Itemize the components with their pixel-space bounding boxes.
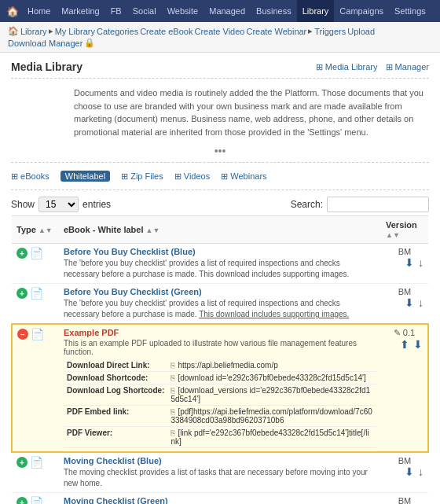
- version-cell-expanded: ✎ 0.1 ⬆ ⬇: [381, 324, 428, 452]
- detail-label: Download Shortcode:: [64, 372, 167, 384]
- section-actions: ⊞ Media Library ⊞ Manager: [316, 62, 429, 72]
- media-library-link[interactable]: ⊞ Media Library: [316, 62, 378, 72]
- download-icon[interactable]: ⬇: [405, 465, 414, 478]
- copy-icon: ⎘: [170, 361, 175, 370]
- manager-link[interactable]: ⊞ Manager: [386, 62, 429, 72]
- home-icon: 🏠: [6, 6, 19, 17]
- detail-label: PDF Embed link:: [64, 406, 167, 427]
- whitelabel-link[interactable]: Whitelabel: [60, 171, 110, 182]
- version-cell: BM ⬇ ↓: [381, 493, 428, 505]
- detail-value: ⎘[pdf]https://api.beliefmedia.com/platfo…: [167, 406, 376, 427]
- webinars-link[interactable]: ⊞ Webinars: [221, 171, 266, 182]
- ebook-title: Moving Checklist (Blue): [64, 456, 376, 465]
- status-green: +: [16, 497, 28, 504]
- table-row-expanded: − 📄 Example PDF This is an example PDF u…: [12, 324, 428, 452]
- detail-value: ⎘[link pdf='e292c367bf0ebede43328c2fd15d…: [167, 427, 376, 448]
- top-navigation: 🏠 Home Marketing FB Social Website Manag…: [0, 0, 440, 22]
- arrow-icon[interactable]: ↓: [418, 296, 424, 309]
- version-cell: BM ⬇ ↓: [381, 284, 428, 325]
- download-icon[interactable]: ⬇: [405, 296, 414, 309]
- copy-icon: ⎘: [170, 429, 175, 437]
- breadcrumb-library[interactable]: Library: [20, 27, 47, 36]
- type-cell-expanded: − 📄: [12, 324, 59, 452]
- ebooks-link[interactable]: ⊞ eBooks: [11, 171, 50, 182]
- main-content: Media Library ⊞ Media Library ⊞ Manager …: [0, 53, 440, 504]
- table-row: + 📄 Before You Buy Checklist (Blue) The …: [12, 244, 428, 284]
- nav-website[interactable]: Website: [162, 0, 204, 22]
- sort-arrow-type: ▲▼: [38, 226, 53, 234]
- arrow-icon[interactable]: ↓: [418, 465, 424, 478]
- ebook-cell: Moving Checklist (Blue) The moving check…: [59, 452, 381, 493]
- breadcrumb-upload[interactable]: Upload: [347, 27, 375, 36]
- ebook-title: Before You Buy Checklist (Green): [64, 287, 376, 296]
- show-label: Show: [11, 199, 35, 210]
- detail-label: Download Log Shortcode:: [64, 384, 167, 406]
- search-box: Search:: [291, 197, 429, 212]
- download-icon[interactable]: ⬇: [405, 256, 414, 269]
- download-icon[interactable]: ⬇: [413, 338, 423, 351]
- table-row: + 📄 Moving Checklist (Green) The moving …: [12, 493, 428, 505]
- breadcrumb-categories[interactable]: Categories: [97, 27, 138, 36]
- section-header: Media Library ⊞ Media Library ⊞ Manager: [11, 61, 429, 73]
- nav-home[interactable]: Home: [22, 0, 56, 22]
- section-title: Media Library: [11, 61, 82, 73]
- pdf-icon: 📄: [30, 496, 43, 504]
- breadcrumb-home-icon: 🏠: [8, 26, 19, 36]
- info-text: Documents and video media is routinely a…: [11, 83, 429, 142]
- detail-label: PDF Viewer:: [64, 427, 167, 448]
- sort-arrow-version: ▲▼: [386, 231, 400, 239]
- status-red: −: [17, 329, 28, 340]
- controls-row: Show 10 15 25 50 100 entries Search:: [11, 197, 429, 212]
- detail-label: Download Direct Link:: [64, 359, 167, 372]
- ebook-cell: Before You Buy Checklist (Green) The 'be…: [59, 284, 381, 325]
- copy-icon: ⎘: [170, 386, 175, 395]
- col-type[interactable]: Type ▲▼: [12, 216, 59, 244]
- nav-social[interactable]: Social: [127, 0, 162, 22]
- breadcrumb-my-library[interactable]: My Library: [55, 27, 95, 36]
- version-cell: BM ⬇ ↓: [381, 452, 428, 493]
- show-entries: Show 10 15 25 50 100 entries: [11, 197, 111, 212]
- breadcrumb-create-video[interactable]: Create Video: [194, 27, 244, 36]
- status-green: +: [16, 457, 28, 468]
- pdf-icon: 📄: [31, 328, 44, 340]
- table-row: + 📄 Before You Buy Checklist (Green) The…: [12, 284, 428, 325]
- upload-icon[interactable]: ⬆: [400, 338, 409, 351]
- nav-fb[interactable]: FB: [105, 0, 127, 22]
- version-cell: BM ⬇ ↓: [381, 244, 428, 284]
- col-version[interactable]: Version ▲▼: [381, 216, 428, 244]
- arrow-icon[interactable]: ↓: [418, 256, 424, 269]
- breadcrumb-triggers[interactable]: Triggers: [314, 27, 346, 36]
- breadcrumb-download-manager[interactable]: Download Manager: [8, 39, 82, 48]
- col-ebook[interactable]: eBook - White label ▲▼: [59, 216, 381, 244]
- status-green: +: [16, 288, 28, 299]
- detail-table: Download Direct Link: ⎘https://api.belie…: [64, 359, 376, 448]
- ebook-desc: The 'before you buy checklist' provides …: [64, 258, 376, 280]
- nav-campaigns[interactable]: Campaigns: [334, 0, 389, 22]
- breadcrumb-create-webinar[interactable]: Create Webinar: [246, 27, 306, 36]
- breadcrumb: 🏠 Library ▸ My Library Categories Create…: [0, 22, 440, 53]
- search-label: Search:: [291, 199, 323, 210]
- nav-managed[interactable]: Managed: [204, 0, 251, 22]
- ebook-desc: The 'before you buy checklist' provides …: [64, 298, 376, 320]
- nav-marketing[interactable]: Marketing: [56, 0, 104, 22]
- detail-value: ⎘https://api.beliefmedia.com/p: [167, 359, 376, 372]
- divider-mid: [11, 162, 429, 163]
- sort-arrow-ebook: ▲▼: [146, 226, 160, 234]
- zip-files-link[interactable]: ⊞ Zip Files: [121, 171, 163, 182]
- entries-label: entries: [82, 199, 111, 210]
- entries-select[interactable]: 10 15 25 50 100: [38, 197, 79, 212]
- pdf-icon: 📄: [30, 287, 43, 300]
- ellipsis: •••: [11, 145, 429, 157]
- divider-top: [11, 78, 429, 79]
- nav-business[interactable]: Business: [251, 0, 297, 22]
- detail-value: ⎘[download id='e292c367bf0ebede43328c2fd…: [167, 372, 376, 384]
- type-cell: + 📄: [12, 452, 59, 493]
- detail-row: PDF Viewer: ⎘[link pdf='e292c367bf0ebede…: [64, 427, 376, 448]
- type-cell: + 📄: [12, 244, 59, 284]
- search-input[interactable]: [327, 197, 429, 212]
- nav-library[interactable]: Library: [297, 0, 335, 22]
- nav-settings[interactable]: Settings: [389, 0, 431, 22]
- ebook-cell: Moving Checklist (Green) The moving chec…: [59, 493, 381, 505]
- videos-link[interactable]: ⊞ Videos: [174, 171, 211, 182]
- breadcrumb-create-ebook[interactable]: Create eBook: [140, 27, 192, 36]
